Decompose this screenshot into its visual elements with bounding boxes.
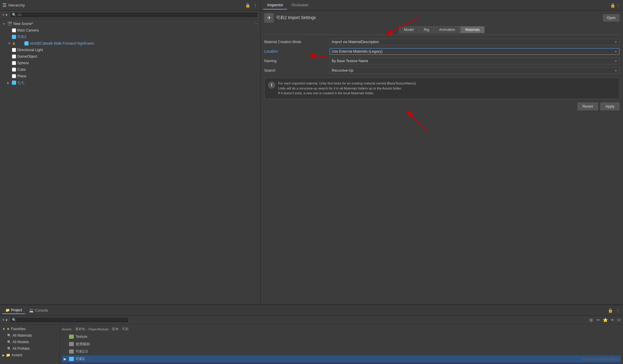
prop-row-location: Location Use External Materials (Legacy)… [264,48,619,55]
file-icon [69,342,74,346]
project-header-right: 🔒 ⋮ [608,308,621,313]
import-tab-rig[interactable]: Rig [419,26,434,33]
bc-assets[interactable]: Assets [62,327,72,331]
import-tab-materials[interactable]: Materials [460,26,485,33]
file-name-usage-rules: 使用规则 [76,342,90,347]
tab-occlusion[interactable]: Occlusion [287,1,312,10]
bc-yuanshen[interactable]: 原神 [112,327,118,331]
import-tab-model[interactable]: Model [399,26,419,33]
hierarchy-search-input[interactable] [18,13,256,17]
project-add-button[interactable]: + ▼ [2,318,8,322]
prop-label-search: Search [264,68,330,73]
breadcrumb: Assets › 素材包 › PlayerModule › 原神 › 可莉 [62,327,621,331]
tab-console[interactable]: 💻 Console [26,307,51,314]
all-prefabs-label: All Prefabs [12,346,30,351]
tree-item-gameobject[interactable]: GameObject [0,53,260,60]
tree-item-qiqi[interactable]: ▶ 七七 [0,79,260,86]
item-label: Main Camera [17,28,39,32]
hierarchy-title: Hierarchy [8,3,25,7]
tree-item-plane[interactable]: Plane [0,73,260,79]
sidebar-item-all-materials[interactable]: 🔍 All Materials [0,332,59,339]
hierarchy-toolbar: + ▼ 🔍 [0,11,260,19]
bc-player-module[interactable]: PlayerModule [88,327,108,331]
tree-item-main-camera[interactable]: Main Camera [0,27,260,34]
project-more-icon[interactable]: ⋮ [615,308,621,313]
dropdown-arrow-icon: ▼ [614,50,617,53]
cube-icon [12,54,16,59]
search-icon-small: 🔍 [7,340,11,344]
file-list: Texture 使用规则 可莉2.0 ▶ [62,333,621,363]
prop-select-material-creation[interactable]: Import via MaterialDescription ▼ [330,39,619,45]
sidebar-item-all-prefabs[interactable]: 🔍 All Prefabs [0,345,59,352]
tree-item-dir-light[interactable]: Directional Light [0,47,260,53]
inspector-lock-icon[interactable]: 🔒 [610,3,615,8]
hierarchy-lock-icon[interactable]: 🔒 [245,3,250,8]
prop-label-location: Location [264,49,330,54]
prop-select-search[interactable]: Recursive-Up ▼ [330,67,619,74]
scene-label: New Scene* [13,22,33,26]
favorites-icon[interactable]: ⭐ [603,317,608,323]
dropdown-arrow-icon: ▼ [614,69,617,72]
file-item-keli20[interactable]: 可莉2.0 [62,348,621,355]
file-item-keli2[interactable]: ▶ 可莉2 ← [62,355,621,363]
favorites-label: Favorites [11,327,26,331]
import-tabs-row: Model Rig Animation Materials [264,26,619,35]
project-tab-icon: 📁 [5,308,10,312]
file-item-texture[interactable]: Texture [62,333,621,340]
project-left-sidebar: ▼ ★ Favorites 🔍 All Materials 🔍 All Mode… [0,324,60,364]
hierarchy-menu-icon[interactable]: ☰ [2,2,7,8]
tab-project[interactable]: 📁 Project [2,307,25,314]
dropdown-arrow-icon: ▼ [614,40,617,44]
hand-icon: ✋ [12,41,16,46]
inspector-content: ✈ 可莉2 Import Settings Open Model Rig Ani… [261,11,623,305]
hierarchy-content: ▼ 🎬 New Scene* ⋯ Main Camera 可莉2 👁 [0,19,260,305]
revert-button[interactable]: Revert [577,103,598,110]
item-label: Cube [17,68,26,72]
view-icon-1[interactable]: ⊞ [588,317,594,323]
scene-header[interactable]: ▼ 🎬 New Scene* ⋯ [0,21,260,27]
bc-keli[interactable]: 可莉 [122,327,129,331]
view-icon-2[interactable]: ✏ [596,317,601,323]
eye-icons: 👁 ✋ [7,41,16,46]
hierarchy-search-box[interactable]: 🔍 [10,12,258,18]
file-browser: Assets › 素材包 › PlayerModule › 原神 › 可莉 Te… [60,324,623,364]
file-item-usage-rules[interactable]: 使用规则 [62,341,621,348]
apply-button[interactable]: Apply [600,103,619,110]
item-label: 可莉2 [17,34,26,40]
search-icon: 🔍 [12,318,16,322]
bc-materials-pkg[interactable]: 素材包 [75,327,85,331]
file-name-keli20: 可莉2.0 [76,349,88,354]
prop-select-naming[interactable]: By Base Texture Name ▼ [330,58,619,64]
tab-inspector[interactable]: Inspector [263,1,287,10]
tree-item-cube[interactable]: Cube [0,66,260,73]
tree-item-keli2[interactable]: 可莉2 [0,34,260,40]
project-lock-icon[interactable]: 🔒 [608,308,613,313]
tree-item-sphere[interactable]: Sphere [0,60,260,66]
sidebar-item-all-models[interactable]: 🔍 All Models [0,339,59,345]
hierarchy-more-icon[interactable]: ⋮ [253,3,258,8]
project-tab-label: Project [11,308,22,312]
prop-value-search: Recursive-Up [332,68,353,73]
sidebar-item-assets[interactable]: ▶ 📁 Assets [0,352,59,358]
item-label: xbot@Catwalk Walk Forward HighKnees [30,41,94,46]
project-search-input[interactable] [18,318,127,322]
hierarchy-add-button[interactable]: + ▼ [2,13,8,17]
bottom-panel-header: 📁 Project 💻 Console 🔒 ⋮ [0,305,623,316]
inspector-more-icon[interactable]: ⋮ [615,3,621,8]
asset-name: 可莉2 Import Settings [276,15,316,21]
prop-select-location[interactable]: Use External Materials (Legacy) ▼ [330,48,619,55]
scene-arrow: ▼ [2,22,6,26]
project-search-box[interactable]: 🔍 [10,317,129,323]
prop-row-naming: Naming By Base Texture Name ▼ [264,57,619,65]
sidebar-favorites-header[interactable]: ▼ ★ Favorites [0,326,59,332]
tree-item-xbot[interactable]: 👁 ✋ xbot@Catwalk Walk Forward HighKnees [0,40,260,47]
prop-label-material-creation: Material Creation Mode [264,40,330,44]
asset-thumbnail: ✈ [264,13,274,23]
import-tab-animation[interactable]: Animation [434,26,460,33]
open-button[interactable]: Open [603,14,619,21]
arrow-icon: ▶ [2,354,5,357]
bottom-area: 📁 Project 💻 Console 🔒 ⋮ + ▼ 🔍 ⊞ ✏ ⭐ 👁 10 [0,305,623,364]
file-name-texture: Texture [76,335,87,339]
folder-icon: 📁 [6,353,10,357]
scene-ellipsis[interactable]: ⋯ [254,22,258,26]
